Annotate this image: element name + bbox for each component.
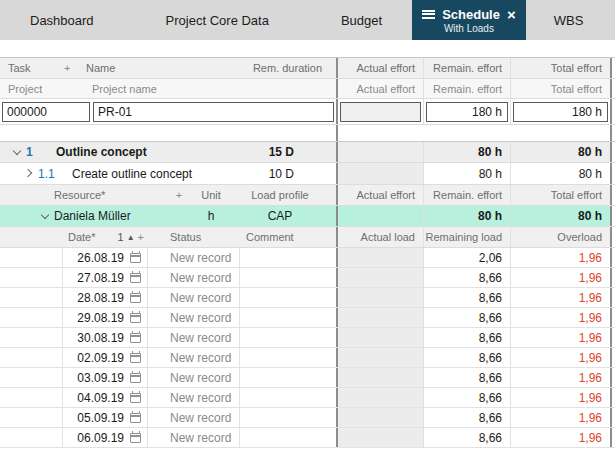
actual-load-cell[interactable] [338,408,423,427]
close-icon[interactable]: × [507,7,516,22]
date-cell[interactable]: 04.09.19 [62,388,148,407]
calendar-icon[interactable] [130,253,141,263]
actual-load-cell[interactable] [338,348,423,367]
chevron-right-icon[interactable] [20,172,38,176]
resource-name[interactable]: Daniela Müller [54,209,188,223]
comment-cell[interactable] [240,308,336,327]
load-profile-column-header[interactable]: Load profile [234,189,326,201]
chevron-down-icon[interactable] [36,214,54,218]
actual-load-cell[interactable] [338,328,423,347]
comment-column-header[interactable]: Comment [240,227,336,247]
status-cell[interactable]: New record [148,288,240,307]
comment-cell[interactable] [240,288,336,307]
calendar-icon[interactable] [130,313,141,323]
add-resource-button[interactable]: + [170,189,188,201]
name-column-header[interactable]: Name [86,62,232,74]
rem-duration-column-header[interactable]: Rem. duration [232,62,336,74]
project-total-effort-field[interactable]: 180 h [513,102,608,122]
remaining-load-cell[interactable]: 8,66 [423,428,510,447]
chevron-down-icon[interactable] [8,150,26,154]
actual-load-cell[interactable] [338,288,423,307]
task-column-header[interactable]: Task [0,62,64,74]
calendar-icon[interactable] [130,273,141,283]
actual-load-cell[interactable] [338,428,423,447]
date-cell[interactable]: 02.09.19 [62,348,148,367]
remaining-load-cell[interactable]: 8,66 [423,348,510,367]
calendar-icon[interactable] [130,293,141,303]
actual-load-cell[interactable] [338,268,423,287]
task-name[interactable]: Create outline concept [72,167,232,181]
remaining-load-column-header[interactable]: Remaining load [423,227,510,247]
status-cell[interactable]: New record [148,428,240,447]
tab-project-core-data[interactable]: Project Core Data [124,0,311,40]
status-cell[interactable]: New record [148,408,240,427]
status-cell[interactable]: New record [148,248,240,267]
status-cell[interactable]: New record [148,328,240,347]
comment-cell[interactable] [240,388,336,407]
sort-ascending-icon[interactable]: ▲ [127,233,135,242]
remaining-load-cell[interactable]: 8,66 [423,268,510,287]
total-effort-column-header[interactable]: Total effort [510,58,612,78]
comment-cell[interactable] [240,328,336,347]
comment-cell[interactable] [240,268,336,287]
project-remain-effort-field[interactable]: 180 h [426,102,508,122]
calendar-icon[interactable] [130,333,141,343]
remaining-load-cell[interactable]: 2,06 [423,248,510,267]
actual-load-cell[interactable] [338,248,423,267]
comment-cell[interactable] [240,428,336,447]
calendar-icon[interactable] [130,373,141,383]
comment-cell[interactable] [240,368,336,387]
date-cell[interactable]: 05.09.19 [62,408,148,427]
project-actual-effort-field[interactable] [340,102,421,122]
date-cell[interactable]: 29.08.19 [62,308,148,327]
date-cell[interactable]: 03.09.19 [62,368,148,387]
remaining-load-cell[interactable]: 8,66 [423,408,510,427]
project-name-field[interactable]: PR-01 [93,102,334,122]
actual-load-cell[interactable] [338,368,423,387]
date-column-header[interactable]: Date* [68,231,96,243]
status-cell[interactable]: New record [148,308,240,327]
task-rem-duration[interactable]: 10 D [232,167,336,181]
overload-column-header[interactable]: Overload [510,227,612,247]
tab-wbs[interactable]: WBS [526,0,612,40]
remaining-load-cell[interactable]: 8,66 [423,288,510,307]
menu-icon[interactable] [422,10,435,19]
actual-load-cell[interactable] [338,388,423,407]
comment-cell[interactable] [240,248,336,267]
status-cell[interactable]: New record [148,268,240,287]
calendar-icon[interactable] [130,413,141,423]
actual-effort-column-header[interactable]: Actual effort [338,58,423,78]
status-cell[interactable]: New record [148,348,240,367]
date-cell[interactable]: 06.09.19 [62,428,148,447]
status-column-header[interactable]: Status [148,227,240,247]
task-rem-duration[interactable]: 15 D [232,145,336,159]
date-cell[interactable]: 27.08.19 [62,268,148,287]
calendar-icon[interactable] [130,353,141,363]
add-date-button[interactable]: + [138,231,144,243]
comment-cell[interactable] [240,348,336,367]
project-id-field[interactable]: 000000 [2,102,90,122]
remain-effort-column-header[interactable]: Remain. effort [423,58,510,78]
date-cell[interactable]: 28.08.19 [62,288,148,307]
date-cell[interactable]: 26.08.19 [62,248,148,267]
remaining-load-cell[interactable]: 8,66 [423,308,510,327]
tab-budget[interactable]: Budget [311,0,412,40]
comment-cell[interactable] [240,408,336,427]
tab-schedule[interactable]: Schedule × With Loads [412,0,526,40]
unit-column-header[interactable]: Unit [188,189,234,201]
tab-dashboard[interactable]: Dashboard [0,0,124,40]
task-row-1-1[interactable]: 1.1 Create outline concept 10 D 80 h 80 … [0,163,615,185]
date-cell[interactable]: 30.08.19 [62,328,148,347]
resource-unit[interactable]: h [188,209,234,223]
status-cell[interactable]: New record [148,368,240,387]
resource-row[interactable]: Daniela Müller h CAP 80 h 80 h [0,206,615,227]
actual-load-cell[interactable] [338,308,423,327]
actual-load-column-header[interactable]: Actual load [338,227,423,247]
status-cell[interactable]: New record [148,388,240,407]
task-name[interactable]: Outline concept [56,145,232,159]
calendar-icon[interactable] [130,393,141,403]
add-task-button[interactable]: + [64,62,86,74]
resource-load-profile[interactable]: CAP [234,209,326,223]
remaining-load-cell[interactable]: 8,66 [423,328,510,347]
resource-column-header[interactable]: Resource* [54,189,170,201]
